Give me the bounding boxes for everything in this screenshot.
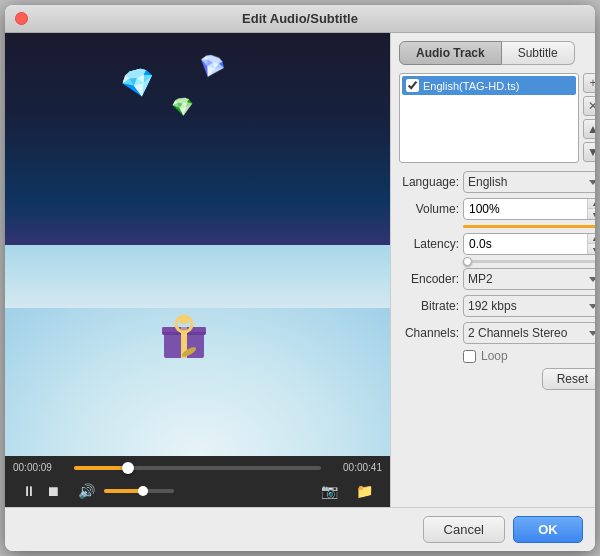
reset-row: Reset (399, 368, 595, 390)
language-select[interactable]: English French German Spanish (463, 171, 595, 193)
pause-button[interactable]: ⏸ (17, 481, 41, 501)
latency-up-button[interactable]: ▲ (588, 234, 595, 244)
volume-input[interactable] (464, 200, 587, 218)
controls-bar: 00:00:09 00:00:41 ⏸ ⏹ 🔊 (5, 456, 390, 507)
crystal-decoration-2: 💎 (194, 50, 228, 84)
volume-row: Volume: ▲ ▼ (399, 198, 595, 220)
channels-label: Channels: (399, 326, 459, 340)
progress-track[interactable] (74, 466, 321, 470)
progress-row: 00:00:09 00:00:41 (13, 462, 382, 473)
folder-button[interactable]: 📁 (351, 481, 378, 501)
cancel-button[interactable]: Cancel (423, 516, 505, 543)
window-title: Edit Audio/Subtitle (242, 11, 358, 26)
tabs-row: Audio Track Subtitle (399, 41, 595, 65)
latency-control: ▲ ▼ (463, 233, 595, 255)
move-up-button[interactable]: ▲ (583, 119, 595, 139)
progress-fill (74, 466, 128, 470)
encoder-control: MP2 MP3 AAC AC3 (463, 268, 595, 290)
latency-spin-buttons: ▲ ▼ (587, 234, 595, 254)
volume-slider-track[interactable] (463, 225, 595, 228)
main-content: 💎 💎 💎 (5, 33, 595, 507)
volume-fill (104, 489, 143, 493)
volume-slider-fill (463, 225, 595, 228)
crystal-decoration: 💎 (117, 63, 159, 104)
buttons-row: ⏸ ⏹ 🔊 📷 📁 (13, 479, 382, 503)
latency-row: Latency: ▲ ▼ (399, 233, 595, 255)
encoder-select[interactable]: MP2 MP3 AAC AC3 (463, 268, 595, 290)
latency-input[interactable] (464, 235, 587, 253)
right-icons: 📷 📁 (316, 481, 378, 501)
bitrate-label: Bitrate: (399, 299, 459, 313)
volume-label: Volume: (399, 202, 459, 216)
volume-icon: 🔊 (73, 481, 100, 501)
volume-input-wrap: ▲ ▼ (463, 198, 595, 220)
loop-checkbox[interactable] (463, 350, 476, 363)
remove-track-button[interactable]: ✕ (583, 96, 595, 116)
volume-down-button[interactable]: ▼ (588, 209, 595, 219)
language-label: Language: (399, 175, 459, 189)
encoder-label: Encoder: (399, 272, 459, 286)
track-list-container: English(TAG-HD.ts) + ✕ ▲ ▼ (399, 73, 595, 163)
bitrate-control: 64 kbps 128 kbps 192 kbps 256 kbps 320 k… (463, 295, 595, 317)
bitrate-row: Bitrate: 64 kbps 128 kbps 192 kbps 256 k… (399, 295, 595, 317)
language-row: Language: English French German Spanish (399, 171, 595, 193)
track-label: English(TAG-HD.ts) (423, 80, 519, 92)
latency-down-button[interactable]: ▼ (588, 244, 595, 254)
track-checkbox[interactable] (406, 79, 419, 92)
video-area: 💎 💎 💎 (5, 33, 390, 456)
bitrate-select[interactable]: 64 kbps 128 kbps 192 kbps 256 kbps 320 k… (463, 295, 595, 317)
tab-audio-track[interactable]: Audio Track (399, 41, 502, 65)
channels-row: Channels: 1 Channel Mono 2 Channels Ster… (399, 322, 595, 344)
stop-button[interactable]: ⏹ (41, 481, 65, 501)
progress-thumb (122, 462, 134, 474)
volume-track[interactable] (104, 489, 174, 493)
crystal-decoration-3: 💎 (170, 96, 194, 120)
bottom-bar: Cancel OK (5, 507, 595, 551)
gift-box (159, 310, 209, 363)
close-button[interactable] (15, 12, 28, 25)
channels-control: 1 Channel Mono 2 Channels Stereo 5.1 Sur… (463, 322, 595, 344)
volume-up-button[interactable]: ▲ (588, 199, 595, 209)
time-current: 00:00:09 (13, 462, 68, 473)
volume-control: ▲ ▼ (463, 198, 595, 220)
latency-slider-track[interactable] (463, 260, 595, 263)
encoder-row: Encoder: MP2 MP3 AAC AC3 (399, 268, 595, 290)
video-panel: 💎 💎 💎 (5, 33, 390, 507)
reset-button[interactable]: Reset (542, 368, 595, 390)
svg-point-5 (179, 316, 189, 324)
ok-button[interactable]: OK (513, 516, 583, 543)
main-window: Edit Audio/Subtitle 💎 💎 💎 (5, 5, 595, 551)
track-list-buttons: + ✕ ▲ ▼ (583, 73, 595, 163)
tab-subtitle[interactable]: Subtitle (502, 41, 575, 65)
loop-row: Loop (463, 349, 595, 363)
time-total: 00:00:41 (327, 462, 382, 473)
channels-select[interactable]: 1 Channel Mono 2 Channels Stereo 5.1 Sur… (463, 322, 595, 344)
right-panel: Audio Track Subtitle English(TAG-HD.ts) … (390, 33, 595, 507)
snapshot-button[interactable]: 📷 (316, 481, 343, 501)
latency-input-wrap: ▲ ▼ (463, 233, 595, 255)
track-list[interactable]: English(TAG-HD.ts) (399, 73, 579, 163)
list-item[interactable]: English(TAG-HD.ts) (402, 76, 576, 95)
latency-slider-thumb (463, 257, 472, 266)
volume-spin-buttons: ▲ ▼ (587, 199, 595, 219)
volume-thumb (138, 486, 148, 496)
volume-section: 🔊 (73, 481, 174, 501)
latency-slider-row (463, 260, 595, 263)
move-down-button[interactable]: ▼ (583, 142, 595, 162)
titlebar: Edit Audio/Subtitle (5, 5, 595, 33)
language-control: English French German Spanish (463, 171, 595, 193)
loop-label: Loop (481, 349, 508, 363)
latency-label: Latency: (399, 237, 459, 251)
video-placeholder: 💎 💎 💎 (5, 33, 390, 456)
volume-slider-row (463, 225, 595, 228)
add-track-button[interactable]: + (583, 73, 595, 93)
